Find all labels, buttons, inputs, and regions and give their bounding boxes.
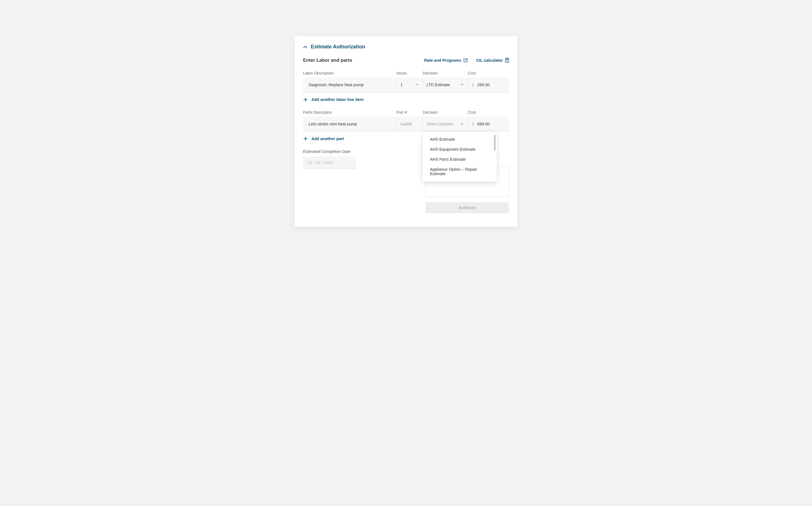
parts-column-headers: Parts Descrption Part # Decision Cost — [303, 110, 509, 114]
parts-col-cost: Cost — [468, 110, 509, 114]
labor-cost-cell[interactable]: $ 250.00 — [468, 78, 509, 92]
subheader-title: Enter Labor and parts — [303, 58, 352, 63]
estimate-authorization-panel: Estimate Authorization Enter Labor and p… — [295, 36, 517, 227]
parts-partnum-value: Aa456 — [400, 122, 412, 126]
labor-decision-cell[interactable]: LTD Estimate — [423, 78, 468, 92]
rate-programs-label: Rate and Programs — [424, 58, 461, 63]
decision-option[interactable]: AHS Estimate — [423, 134, 497, 144]
dollar-icon: $ — [472, 122, 474, 126]
plus-icon — [303, 98, 308, 101]
labor-row: Diagnosis: Replace heat pump 1 LTD Estim… — [303, 78, 509, 92]
completion-date-input[interactable]: 02 / 25 / 2020 — [303, 157, 356, 169]
parts-cost-cell[interactable]: $ 699.00 — [468, 117, 509, 131]
calculator-icon — [505, 58, 509, 63]
subheader-row: Enter Labor and parts Rate and Programs … — [303, 58, 509, 63]
plus-icon — [303, 137, 308, 141]
add-labor-line-button[interactable]: Add another labor line item — [303, 97, 509, 102]
decision-option[interactable]: AHS Equipment Estimate — [423, 144, 497, 154]
authorize-button[interactable]: Authorize — [425, 202, 509, 213]
cil-calculator-link[interactable]: CIL calculator — [476, 58, 509, 63]
cil-calculator-label: CIL calculator — [476, 58, 503, 63]
labor-col-cost: Cost — [468, 71, 509, 75]
labor-decision-value: LTD Estimate — [426, 83, 450, 87]
svg-point-6 — [507, 61, 507, 62]
add-part-label: Add another part — [312, 137, 344, 141]
completion-date-value: 02 / 25 / 2020 — [308, 160, 333, 165]
svg-rect-1 — [506, 59, 508, 60]
dollar-icon: $ — [472, 83, 474, 87]
rate-programs-link[interactable]: Rate and Programs — [424, 58, 468, 63]
svg-point-7 — [508, 61, 508, 62]
add-labor-label: Add another labor line item — [312, 97, 364, 102]
section-header[interactable]: Estimate Authorization — [303, 44, 509, 50]
chevron-up-icon — [303, 46, 308, 49]
parts-col-partnum: Part # — [397, 110, 423, 114]
caret-down-icon — [416, 84, 418, 86]
parts-decision-cell[interactable]: Select Decision AHS Estimate AHS Equipme… — [423, 117, 468, 131]
external-link-icon — [463, 58, 468, 63]
decision-dropdown: AHS Estimate AHS Equipment Estimate AHS … — [423, 132, 497, 181]
svg-point-3 — [507, 60, 507, 61]
authorize-label: Authorize — [459, 205, 476, 210]
labor-description-value: Diagnosis: Replace heat pump — [309, 83, 363, 87]
labor-hours-cell[interactable]: 1 — [397, 78, 423, 92]
section-title: Estimate Authorization — [311, 44, 365, 50]
labor-col-decision: Decision — [423, 71, 468, 75]
parts-decision-placeholder: Select Decision — [426, 122, 454, 126]
svg-point-5 — [506, 61, 506, 62]
labor-col-desc: Labor Description — [303, 71, 397, 75]
caret-down-icon — [461, 84, 464, 86]
parts-description-value: Leto series mini heat pump — [309, 122, 357, 126]
parts-partnum-cell[interactable]: Aa456 — [397, 117, 423, 131]
parts-row: Leto series mini heat pump Aa456 Select … — [303, 117, 509, 132]
parts-description-cell[interactable]: Leto series mini heat pump — [303, 117, 397, 131]
parts-col-decision: Decision — [423, 110, 468, 114]
parts-cost-value: 699.00 — [477, 122, 489, 126]
labor-description-cell[interactable]: Diagnosis: Replace heat pump — [303, 78, 397, 92]
parts-col-desc: Parts Descrption — [303, 110, 397, 114]
labor-cost-value: 250.00 — [477, 83, 489, 87]
caret-down-icon — [461, 123, 464, 125]
svg-point-2 — [506, 60, 506, 61]
labor-hours-value: 1 — [400, 83, 403, 87]
labor-col-hours: Hours — [397, 71, 423, 75]
labor-column-headers: Labor Description Hours Decision Cost — [303, 71, 509, 75]
decision-option[interactable]: Appliance Option – Repair Estimate — [423, 164, 497, 179]
svg-point-4 — [508, 60, 508, 61]
dropdown-scrollbar-thumb[interactable] — [494, 135, 495, 150]
decision-option[interactable]: AHS Parts Estimate — [423, 154, 497, 164]
